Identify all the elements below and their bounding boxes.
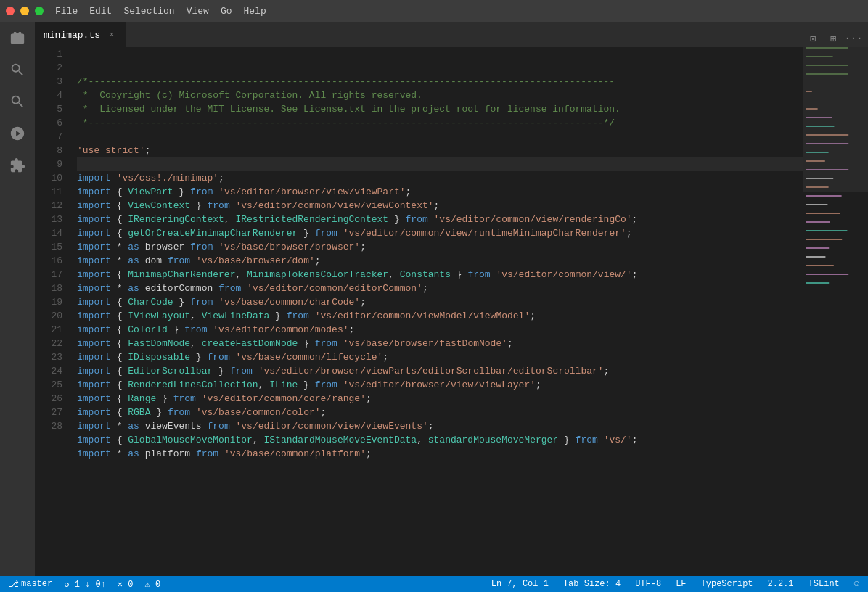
branch-name: master [21, 579, 52, 589]
smiley-icon: ☺ [854, 579, 859, 589]
code-line-12: import { getOrCreateMinimapCharRenderer … [77, 226, 803, 240]
git-branch-icon: ⎇ [9, 579, 19, 590]
minimize-button[interactable] [20, 7, 29, 15]
code-line-5 [77, 130, 803, 144]
code-line-3: * Licensed under the MIT License. See Li… [77, 102, 803, 116]
line-ending-label: LF [676, 579, 686, 589]
position-label: Ln 7, Col 1 [491, 579, 549, 589]
linter-label: TSLint [808, 579, 840, 589]
line-numbers: 1234567891011121314151617181920212223242… [35, 47, 71, 576]
tab-bar: minimap.ts × ⊡ ⊞ ··· [35, 22, 868, 47]
activity-search[interactable] [7, 59, 28, 80]
encoding[interactable]: UTF-8 [632, 576, 664, 592]
warnings-status[interactable]: ⚠ 0 [142, 576, 164, 592]
code-line-20: import { FastDomNode, createFastDomNode … [77, 337, 803, 350]
code-line-21: import { IDisposable } from 'vs/base/com… [77, 350, 803, 364]
ts-version-label: 2.2.1 [768, 579, 794, 589]
code-line-9: import { ViewPart } from 'vs/editor/brow… [77, 185, 803, 199]
linter[interactable]: TSLint [806, 576, 843, 592]
menu-help[interactable]: Help [243, 6, 266, 17]
editor-area: minimap.ts × ⊡ ⊞ ··· 1234567891011121314… [35, 22, 868, 576]
maximize-button[interactable] [35, 7, 44, 15]
code-line-19: import { ColorId } from 'vs/editor/commo… [77, 323, 803, 337]
code-line-13: import * as browser from 'vs/base/browse… [77, 240, 803, 254]
layout-button[interactable]: ⊞ [824, 30, 842, 47]
menu-edit[interactable]: Edit [89, 6, 112, 17]
code-line-18: import { IViewLayout, ViewLineData } fro… [77, 309, 803, 323]
code-line-14: import * as dom from 'vs/base/browser/do… [77, 254, 803, 268]
code-line-26: import * as viewEvents from 'vs/editor/c… [77, 419, 803, 433]
tab-actions: ⊡ ⊞ ··· [804, 30, 868, 47]
activity-extensions[interactable] [7, 155, 28, 176]
menu-file[interactable]: File [55, 6, 78, 17]
ts-version[interactable]: 2.2.1 [765, 576, 797, 592]
tab-filename: minimap.ts [44, 30, 100, 41]
feedback[interactable]: ☺ [851, 576, 862, 592]
code-line-22: import { EditorScrollbar } from 'vs/edit… [77, 364, 803, 378]
encoding-label: UTF-8 [635, 579, 661, 589]
language-label: TypeScript [701, 579, 753, 589]
errors-status[interactable]: ✕ 0 [115, 576, 136, 592]
code-line-7 [77, 157, 803, 171]
errors-label: ✕ 0 [118, 579, 134, 590]
code-line-28: import * as platform from 'vs/base/commo… [77, 447, 803, 461]
more-actions-button[interactable]: ··· [845, 30, 862, 47]
code-line-8: import 'vs/css!./minimap'; [77, 171, 803, 185]
code-line-17: import { CharCode } from 'vs/base/common… [77, 295, 803, 309]
titlebar: File Edit Selection View Go Help [0, 0, 868, 22]
language-mode[interactable]: TypeScript [698, 576, 756, 592]
activity-bar [0, 22, 35, 576]
code-line-15: import { MinimapCharRenderer, MinimapTok… [77, 268, 803, 281]
main-container: minimap.ts × ⊡ ⊞ ··· 1234567891011121314… [0, 22, 868, 576]
status-right: Ln 7, Col 1 Tab Size: 4 UTF-8 LF TypeScr… [488, 576, 862, 592]
code-line-2: * Copyright (c) Microsoft Corporation. A… [77, 89, 803, 102]
code-line-24: import { Range } from 'vs/editor/common/… [77, 392, 803, 406]
minimap[interactable] [803, 47, 868, 576]
code-line-16: import * as editorCommon from 'vs/editor… [77, 281, 803, 295]
code-line-11: import { IRenderingContext, IRestrictedR… [77, 213, 803, 226]
line-ending[interactable]: LF [673, 576, 689, 592]
tab-close-button[interactable]: × [106, 29, 118, 41]
close-button[interactable] [6, 7, 15, 15]
menu-go[interactable]: Go [221, 6, 232, 17]
menu-bar: File Edit Selection View Go Help [55, 6, 266, 17]
sync-status[interactable]: ↺ 1 ↓ 0↑ [61, 576, 109, 592]
menu-selection[interactable]: Selection [123, 6, 174, 17]
status-bar: ⎇ master ↺ 1 ↓ 0↑ ✕ 0 ⚠ 0 Ln 7, Col 1 Ta… [0, 576, 868, 592]
code-line-6: 'use strict'; [77, 144, 803, 157]
code-content[interactable]: /*--------------------------------------… [71, 47, 803, 576]
code-line-23: import { RenderedLinesCollection, ILine … [77, 378, 803, 392]
activity-debug[interactable] [7, 123, 28, 144]
code-line-25: import { RGBA } from 'vs/base/common/col… [77, 406, 803, 419]
minimap-viewport [803, 47, 868, 192]
code-line-27: import { GlobalMouseMoveMonitor, IStanda… [77, 433, 803, 447]
code-line-10: import { ViewContext } from 'vs/editor/c… [77, 199, 803, 213]
code-line-4: *---------------------------------------… [77, 116, 803, 130]
sync-label: ↺ 1 ↓ 0↑ [64, 579, 106, 590]
tab-minimap[interactable]: minimap.ts × [35, 22, 126, 47]
code-editor: 1234567891011121314151617181920212223242… [35, 47, 868, 576]
menu-view[interactable]: View [187, 6, 209, 17]
cursor-position[interactable]: Ln 7, Col 1 [488, 576, 552, 592]
branch-status[interactable]: ⎇ master [6, 576, 55, 592]
split-editor-button[interactable]: ⊡ [804, 30, 822, 47]
tab-size[interactable]: Tab Size: 4 [560, 576, 623, 592]
status-left: ⎇ master ↺ 1 ↓ 0↑ ✕ 0 ⚠ 0 [6, 576, 163, 592]
code-line-1: /*--------------------------------------… [77, 75, 803, 89]
activity-explorer[interactable] [7, 28, 28, 48]
warnings-label: ⚠ 0 [145, 579, 161, 590]
activity-source-control[interactable] [7, 91, 28, 112]
tab-size-label: Tab Size: 4 [563, 579, 621, 589]
